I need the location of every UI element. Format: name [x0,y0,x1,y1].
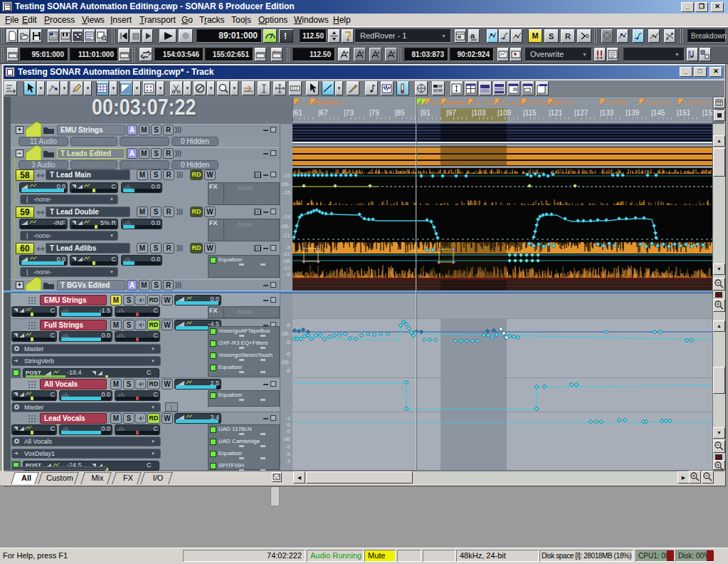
svg-text:!: ! [284,31,287,41]
